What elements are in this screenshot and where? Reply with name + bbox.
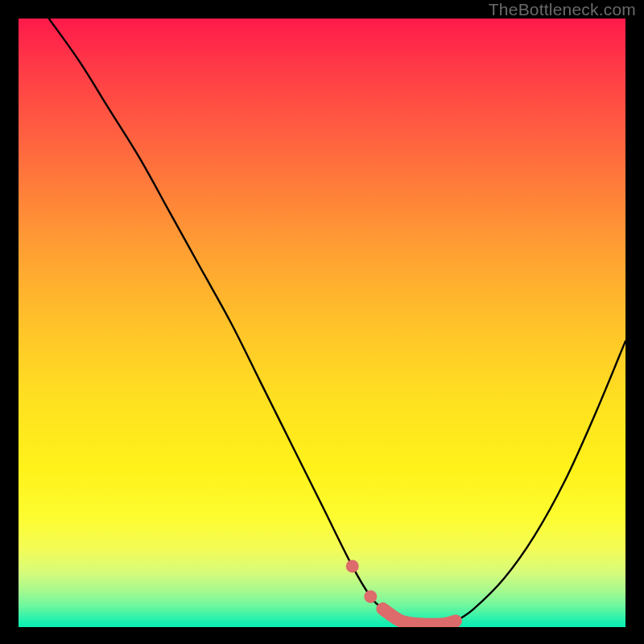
curve-layer <box>19 19 625 627</box>
chart-frame: TheBottleneck.com <box>0 0 644 644</box>
primary-curve <box>49 19 625 625</box>
highlight-dot <box>364 590 377 603</box>
highlight-dot <box>346 559 359 572</box>
watermark-text: TheBottleneck.com <box>489 0 636 19</box>
highlight-segment <box>382 609 455 624</box>
plot-area <box>19 19 625 627</box>
